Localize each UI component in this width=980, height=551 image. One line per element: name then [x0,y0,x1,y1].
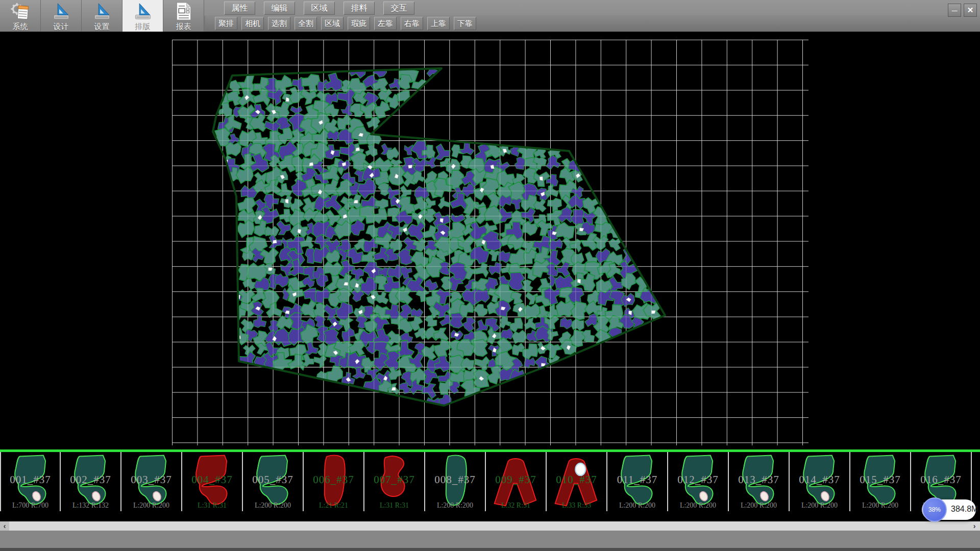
piece-thumbnail[interactable]: 006_#37L:21 R:21 [304,452,364,511]
piece-title: 007_#37 [364,473,424,486]
nesting-canvas[interactable] [0,32,980,449]
menu-button-edit[interactable]: 编辑 [264,2,295,15]
tool-button-defect[interactable]: 瑕疵 [348,17,370,30]
piece-thumbnail[interactable]: 001_#37L:700 R:700 [0,452,61,511]
piece-title: 016_#37 [911,473,971,486]
piece-thumbnail[interactable]: 005_#37L:200 R:200 [243,452,304,511]
piece-title: 004_#37 [182,473,242,486]
piece-title: 015_#37 [850,473,910,486]
piece-title: 002_#37 [61,473,120,486]
piece-counts: L:31 R:31 [182,502,242,510]
tool-button-camera[interactable]: 相机 [241,17,264,30]
mode-button-label: 排版 [135,22,151,32]
memory-value: 384.8M [951,505,978,514]
menu-button-properties[interactable]: 属性 [224,2,255,15]
piece-thumbnail[interactable]: 009_#37L:32 R:31 [486,452,547,511]
piece-title: 010_#37 [547,473,606,486]
report-icon [174,2,193,21]
menu-button-nest[interactable]: 排料 [344,2,375,15]
tool-button-align-top[interactable]: 上靠 [427,17,450,30]
piece-title: 006_#37 [304,473,363,486]
main-mode-buttons: 系统 设计 设置 [0,0,204,32]
piece-title: 013_#37 [729,473,789,486]
tool-button-cut-all[interactable]: 全割 [295,17,317,30]
piece-counts: L:200 R:200 [729,502,789,510]
pieces-strip: 001_#37L:700 R:700002_#37L:132 R:132003_… [0,452,980,511]
piece-thumbnail[interactable]: 013_#37L:200 R:200 [729,452,790,511]
toolbar: 系统 设计 设置 [0,0,980,32]
tool-button-align-left[interactable]: 左靠 [374,17,397,30]
tool-button-align-bottom[interactable]: 下靠 [454,17,476,30]
mode-button-system[interactable]: 系统 [0,0,41,32]
ruler-icon [51,2,71,21]
piece-counts: L:132 R:132 [61,502,120,510]
gear-doc-icon [10,2,31,21]
scroll-left-button[interactable]: ‹ [0,521,9,531]
piece-title: 012_#37 [668,473,728,486]
tool-button-cut-select[interactable]: 选割 [268,17,290,30]
menu-button-region[interactable]: 区域 [304,2,335,15]
tool-button-cluster[interactable]: 聚排 [215,17,237,30]
tool-row: 聚排 相机 选割 全割 区域 瑕疵 左靠 右靠 上靠 下靠 [215,17,476,30]
piece-title: 0 [972,473,980,486]
nested-pieces [173,40,809,445]
piece-title: 001_#37 [1,473,60,486]
piece-title: 011_#37 [607,473,667,486]
piece-counts: L:21 R:21 [304,502,363,510]
percent-circle: 38% [922,497,947,522]
piece-counts: L:200 R:200 [850,502,910,510]
piece-thumbnail[interactable]: 004_#37L:31 R:31 [182,452,243,511]
mode-button-label: 系统 [13,22,28,32]
piece-thumbnail[interactable]: 015_#37L:200 R:200 [850,452,911,511]
ruler-icon [133,2,153,21]
piece-thumbnail[interactable]: 003_#37L:200 R:200 [121,452,182,511]
piece-counts: L:32 R:31 [486,502,546,510]
piece-title: 003_#37 [121,473,181,486]
piece-counts: L:31 R:31 [364,502,424,510]
window-controls: ─ ✕ [948,4,977,17]
piece-thumbnail[interactable]: 014_#37L:200 R:200 [790,452,850,511]
piece-counts: L:200 R:200 [607,502,667,510]
piece-thumbnail[interactable]: 010_#37L:33 R:33 [547,452,607,511]
tool-button-align-right[interactable]: 右靠 [401,17,423,30]
mode-button-report[interactable]: 报表 [163,0,204,32]
ruler-icon [92,2,112,21]
piece-thumbnail[interactable]: 002_#37L:132 R:132 [61,452,121,511]
tool-button-zone[interactable]: 区域 [321,17,344,30]
piece-title: 005_#37 [243,473,303,486]
status-bar [0,531,980,551]
menu-row: 属性 编辑 区域 排料 交互 [224,2,414,15]
mode-button-label: 设计 [54,22,69,32]
piece-thumbnail[interactable]: 012_#37L:200 R:200 [668,452,729,511]
piece-counts: L:33 R:33 [547,502,606,510]
close-button[interactable]: ✕ [964,4,977,17]
piece-thumbnail[interactable]: 011_#37L:200 R:200 [607,452,668,511]
piece-thumbnail[interactable]: 007_#37L:31 R:31 [364,452,425,511]
piece-counts: L:200 R:200 [668,502,728,510]
scroll-right-button[interactable]: › [970,521,979,531]
piece-title: 008_#37 [425,473,485,486]
menu-button-interact[interactable]: 交互 [383,2,414,15]
piece-thumbnail[interactable]: 008_#37L:200 R:200 [425,452,486,511]
piece-counts: L:200 R:200 [425,502,485,510]
piece-counts: L:200 R:200 [121,502,181,510]
horizontal-scrollbar[interactable]: ‹ › [0,521,980,531]
memory-badge[interactable]: 38% 384.8M [922,499,976,520]
mode-button-label: 报表 [176,22,191,32]
minimize-button[interactable]: ─ [948,4,961,17]
mode-button-design[interactable]: 设计 [41,0,82,32]
piece-title: 009_#37 [486,473,546,486]
piece-counts: L:200 R:200 [790,502,849,510]
piece-title: 014_#37 [790,473,849,486]
piece-counts: L:700 R:700 [1,502,60,510]
mode-button-label: 设置 [94,22,110,32]
mode-button-settings[interactable]: 设置 [82,0,122,32]
mode-button-nesting[interactable]: 排版 [122,0,163,32]
piece-counts: L:200 R:200 [243,502,303,510]
